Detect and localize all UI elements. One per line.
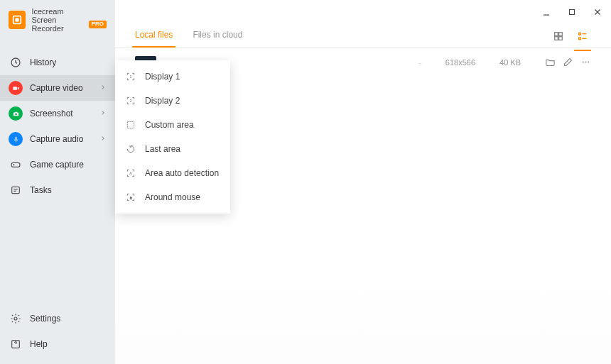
svg-rect-6 (11, 163, 20, 167)
flyout-display-2-label: Display 2 (145, 96, 180, 106)
nav-game-capture[interactable]: Game capture (0, 152, 115, 177)
svg-rect-22 (127, 121, 134, 128)
display-2-icon: 2 (125, 95, 136, 106)
svg-rect-10 (570, 10, 575, 15)
flyout-around-mouse[interactable]: Around mouse (115, 185, 230, 209)
file-size: 40 KB (499, 58, 521, 67)
around-mouse-icon (125, 192, 136, 203)
svg-point-8 (14, 317, 17, 320)
nav-capture-video-label: Capture video (30, 83, 83, 93)
svg-point-4 (15, 113, 17, 115)
flyout-display-2[interactable]: 2 Display 2 (115, 89, 230, 113)
window-controls (115, 0, 611, 24)
nav-capture-video[interactable]: Capture video (0, 75, 115, 101)
brand-name: Icecream (31, 7, 107, 16)
svg-text:1: 1 (130, 75, 132, 79)
flyout-display-1[interactable]: 1 Display 1 (115, 65, 230, 89)
custom-area-icon (125, 119, 136, 131)
svg-point-1 (16, 18, 18, 21)
flyout-around-mouse-label: Around mouse (145, 192, 200, 202)
nav-game-capture-label: Game capture (30, 160, 84, 170)
svg-rect-15 (579, 33, 581, 35)
auto-detect-icon: A (125, 167, 136, 179)
more-button[interactable] (580, 57, 591, 69)
tabs: Local files Files in cloud (115, 24, 611, 48)
svg-rect-7 (12, 187, 20, 194)
edit-button[interactable] (563, 57, 573, 69)
grid-view-button[interactable] (551, 30, 566, 43)
list-view-button[interactable] (575, 30, 590, 43)
gamepad-icon (9, 158, 23, 172)
nav-settings[interactable]: Settings (0, 306, 115, 331)
flyout-auto-detection[interactable]: A Area auto detection (115, 161, 230, 185)
svg-rect-3 (13, 87, 17, 90)
clock-icon (9, 55, 23, 70)
flyout-last-area-label: Last area (145, 144, 180, 154)
svg-rect-12 (559, 33, 563, 36)
nav-screenshot-label: Screenshot (30, 109, 73, 118)
tab-local-files[interactable]: Local files (135, 26, 173, 47)
nav-list: History Capture video Screenshot (0, 50, 115, 203)
tasks-icon (9, 183, 23, 197)
app-logo-icon (9, 11, 26, 29)
nav-screenshot[interactable]: Screenshot (0, 101, 115, 126)
video-icon (9, 81, 23, 95)
tab-files-in-cloud[interactable]: Files in cloud (193, 26, 242, 47)
capture-video-flyout: 1 Display 1 2 Display 2 Custom area Last… (115, 60, 230, 214)
svg-text:2: 2 (130, 99, 132, 103)
last-area-icon (125, 143, 136, 155)
flyout-custom-area[interactable]: Custom area (115, 113, 230, 137)
pro-badge: PRO (89, 21, 107, 28)
flyout-auto-detection-label: Area auto detection (145, 168, 219, 178)
brand: Icecream Screen Recorder PRO (0, 0, 115, 40)
chevron-right-icon (99, 134, 107, 144)
chevron-right-icon (99, 83, 107, 93)
file-dimensions: 618x566 (445, 58, 475, 67)
mic-icon (9, 132, 23, 146)
file-separator: - (418, 58, 421, 67)
open-folder-button[interactable] (545, 57, 556, 69)
brand-subtitle: Screen Recorder (31, 16, 85, 33)
nav-capture-audio[interactable]: Capture audio (0, 126, 115, 152)
svg-rect-14 (559, 37, 563, 40)
minimize-button[interactable] (540, 6, 553, 18)
maximize-button[interactable] (566, 6, 578, 18)
flyout-display-1-label: Display 1 (145, 72, 180, 82)
flyout-last-area[interactable]: Last area (115, 137, 230, 161)
nav-tasks[interactable]: Tasks (0, 177, 115, 203)
nav-settings-label: Settings (30, 314, 60, 324)
nav-help[interactable]: Help (0, 331, 115, 357)
nav-tasks-label: Tasks (30, 185, 52, 195)
close-button[interactable] (591, 6, 604, 18)
nav-history-label: History (30, 57, 56, 67)
svg-rect-16 (579, 38, 581, 40)
flyout-custom-area-label: Custom area (145, 120, 194, 130)
display-1-icon: 1 (125, 71, 136, 82)
svg-point-19 (588, 61, 589, 62)
nav-history[interactable]: History (0, 50, 115, 75)
sidebar: Icecream Screen Recorder PRO History Cap… (0, 0, 115, 364)
svg-point-18 (585, 61, 587, 62)
svg-rect-5 (15, 137, 16, 140)
svg-text:A: A (129, 171, 132, 175)
gear-icon (9, 311, 23, 326)
svg-rect-11 (555, 33, 558, 36)
nav-capture-audio-label: Capture audio (30, 134, 83, 144)
chevron-right-icon (99, 109, 107, 118)
help-icon (9, 337, 23, 351)
svg-point-17 (583, 61, 584, 62)
svg-rect-13 (555, 37, 558, 40)
nav-help-label: Help (30, 339, 48, 349)
camera-icon (9, 106, 23, 121)
